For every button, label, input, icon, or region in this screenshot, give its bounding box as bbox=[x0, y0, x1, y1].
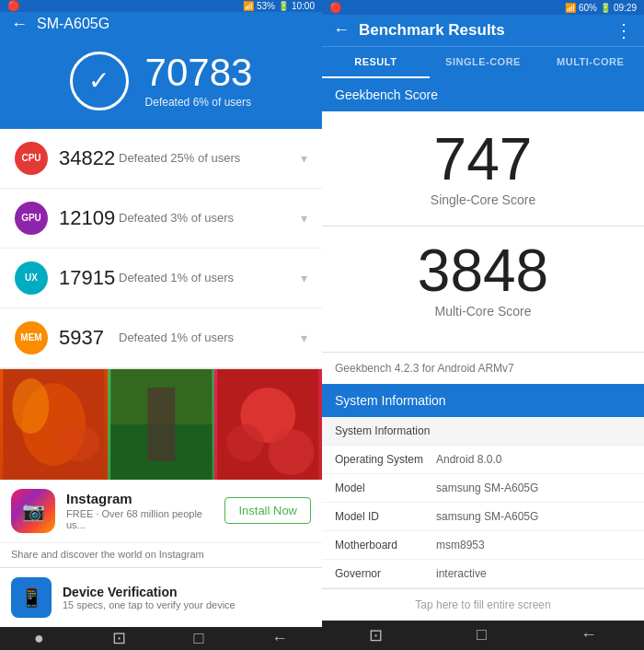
gpu-score: 12109 bbox=[59, 206, 119, 230]
multi-core-score: 3848 bbox=[418, 241, 548, 300]
score-sub: Defeated 6% of users bbox=[145, 96, 253, 109]
svg-point-10 bbox=[269, 429, 315, 475]
ux-chevron: ▾ bbox=[301, 271, 307, 285]
mem-desc: Defeated 1% of users bbox=[119, 331, 301, 344]
instagram-icon: 📷 bbox=[11, 489, 55, 533]
score-divider bbox=[322, 226, 644, 226]
cpu-badge: CPU bbox=[15, 142, 48, 175]
app-sub: FREE · Over 68 million people us... bbox=[66, 508, 213, 530]
battery-icon: 🔋 bbox=[278, 1, 289, 11]
ad-image-1 bbox=[0, 369, 108, 480]
sys-info-row-model-id: Model ID samsung SM-A605G bbox=[322, 503, 644, 531]
geekbench-score-title: Geekbench Score bbox=[322, 78, 644, 111]
more-options-icon[interactable]: ⋮ bbox=[615, 19, 633, 41]
governor-key: Governor bbox=[335, 567, 436, 580]
nav-back-right[interactable]: ← bbox=[581, 625, 597, 644]
nav-home-right[interactable]: □ bbox=[477, 625, 487, 644]
score-info: 70783 Defeated 6% of users bbox=[145, 53, 253, 109]
svg-point-2 bbox=[12, 378, 49, 434]
geekbench-info: Geekbench 4.2.3 for Android ARMv7 bbox=[322, 352, 644, 384]
time-right: 09:29 bbox=[614, 3, 637, 13]
checkmark-icon: ✓ bbox=[88, 65, 109, 96]
tab-multi-core[interactable]: MULTI-CORE bbox=[536, 47, 644, 78]
status-bar-left: 🔴 📶 53% 🔋 10:00 bbox=[0, 0, 322, 12]
mem-chevron: ▾ bbox=[301, 331, 307, 345]
nav-recent-right[interactable]: ⊡ bbox=[369, 625, 383, 645]
sys-info-row-motherboard: Motherboard msm8953 bbox=[322, 531, 644, 560]
sys-info-header-row: System Information bbox=[322, 417, 644, 446]
system-info-header: System Information bbox=[322, 384, 644, 417]
model-key: Model bbox=[335, 482, 436, 494]
ux-badge: UX bbox=[15, 261, 48, 295]
top-bar-right: ← Benchmark Results ⋮ bbox=[322, 15, 644, 46]
svg-rect-6 bbox=[147, 388, 175, 461]
multi-core-label: Multi-Core Score bbox=[434, 304, 531, 319]
score-circle: ✓ bbox=[70, 52, 129, 110]
benchmark-rows: CPU 34822 Defeated 25% of users ▾ GPU 12… bbox=[0, 129, 322, 368]
back-button-right[interactable]: ← bbox=[333, 20, 350, 40]
single-core-label: Single-Core Score bbox=[431, 192, 535, 207]
svg-point-9 bbox=[227, 424, 264, 461]
battery-percent-right: 60% bbox=[579, 3, 597, 13]
os-key: Operating System bbox=[335, 453, 436, 466]
ad-image-2 bbox=[108, 369, 215, 480]
battery-percent: 53% bbox=[257, 1, 275, 11]
device-verify[interactable]: 📱 Device Verification 15 specs, one tap … bbox=[0, 567, 322, 627]
device-name: SM-A605G bbox=[37, 16, 109, 32]
left-panel: 🔴 📶 53% 🔋 10:00 ← SM-A605G ✓ 70783 Defea… bbox=[0, 0, 322, 650]
wifi-icon-right: 📶 bbox=[565, 3, 576, 13]
nav-recent[interactable]: ⊡ bbox=[112, 628, 126, 648]
system-info-table: System Information Operating System Andr… bbox=[322, 417, 644, 588]
ux-desc: Defeated 1% of users bbox=[119, 271, 301, 284]
nav-back[interactable]: ← bbox=[271, 629, 288, 648]
os-val: Android 8.0.0 bbox=[436, 453, 631, 466]
ux-score: 17915 bbox=[59, 266, 119, 290]
status-right-icon: 🔴 bbox=[329, 2, 342, 14]
fill-screen-hint[interactable]: Tap here to fill entire screen bbox=[322, 588, 644, 621]
install-now-button[interactable]: Install Now bbox=[224, 497, 311, 524]
status-bar-right: 🔴 📶 60% 🔋 09:29 bbox=[322, 0, 644, 15]
verify-icon: 📱 bbox=[11, 577, 52, 618]
app-name: Instagram bbox=[66, 491, 213, 506]
cpu-score: 34822 bbox=[59, 146, 119, 170]
verify-sub: 15 specs, one tap to verify your device bbox=[63, 599, 236, 610]
nav-dot[interactable]: ● bbox=[34, 629, 44, 648]
bench-row-mem[interactable]: MEM 5937 Defeated 1% of users ▾ bbox=[0, 308, 322, 368]
motherboard-key: Motherboard bbox=[335, 539, 436, 551]
time-left: 10:00 bbox=[292, 1, 315, 11]
gpu-chevron: ▾ bbox=[301, 211, 307, 226]
single-core-score: 747 bbox=[434, 130, 533, 189]
svg-point-3 bbox=[53, 424, 99, 461]
score-section: ✓ 70783 Defeated 6% of users bbox=[0, 37, 322, 129]
sys-info-row-os: Operating System Android 8.0.0 bbox=[322, 446, 644, 474]
model-id-val: samsung SM-A605G bbox=[436, 510, 631, 523]
wifi-icon: 📶 bbox=[243, 1, 254, 11]
sys-info-val-0 bbox=[436, 424, 631, 437]
bench-row-ux[interactable]: UX 17915 Defeated 1% of users ▾ bbox=[0, 249, 322, 308]
bench-row-gpu[interactable]: GPU 12109 Defeated 3% of users ▾ bbox=[0, 189, 322, 249]
ad-image-3 bbox=[214, 369, 322, 480]
tab-bar: RESULT SINGLE-CORE MULTI-CORE bbox=[322, 46, 644, 78]
bench-row-cpu[interactable]: CPU 34822 Defeated 25% of users ▾ bbox=[0, 129, 322, 189]
ad-tagline: Share and discover the world on Instagra… bbox=[0, 543, 322, 567]
gpu-desc: Defeated 3% of users bbox=[119, 211, 301, 225]
verify-title: Device Verification bbox=[63, 585, 236, 599]
back-button-left[interactable]: ← bbox=[11, 15, 28, 34]
bottom-nav-left: ● ⊡ □ ← bbox=[0, 627, 322, 650]
sys-info-label: System Information bbox=[335, 424, 436, 437]
model-id-key: Model ID bbox=[335, 510, 436, 523]
cpu-chevron: ▾ bbox=[301, 151, 307, 166]
scores-section: 747 Single-Core Score 3848 Multi-Core Sc… bbox=[322, 111, 644, 352]
nav-home[interactable]: □ bbox=[193, 629, 203, 648]
tab-result[interactable]: RESULT bbox=[322, 47, 430, 78]
app-info: Instagram FREE · Over 68 million people … bbox=[66, 491, 213, 530]
sys-info-row-governor: Governor interactive bbox=[322, 560, 644, 588]
right-panel: 🔴 📶 60% 🔋 09:29 ← Benchmark Results ⋮ RE… bbox=[322, 0, 644, 650]
ad-content: 📷 Instagram FREE · Over 68 million peopl… bbox=[0, 480, 322, 543]
top-bar-left: ← SM-A605G bbox=[0, 12, 322, 37]
cpu-desc: Defeated 25% of users bbox=[119, 151, 301, 165]
status-left-icon: 🔴 bbox=[7, 0, 20, 12]
ad-section: 📷 Instagram FREE · Over 68 million peopl… bbox=[0, 368, 322, 567]
bottom-nav-right: ⊡ □ ← bbox=[322, 621, 644, 650]
tab-single-core[interactable]: SINGLE-CORE bbox=[430, 47, 537, 78]
